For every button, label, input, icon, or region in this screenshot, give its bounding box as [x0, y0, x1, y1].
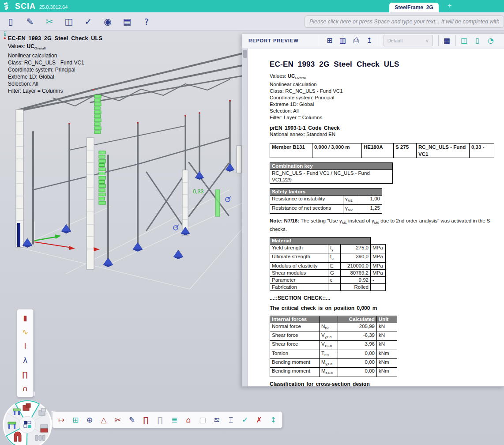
check-model-icon[interactable]: ✓ — [81, 15, 95, 28]
table-layers-icon[interactable]: ≣ — [168, 413, 181, 426]
frame-outline-icon[interactable]: ⌂ — [182, 413, 195, 426]
report-info-line: Selection: All — [270, 108, 504, 114]
structure-model-icon[interactable]: ◫ — [62, 15, 76, 28]
report-template-dropdown[interactable]: Default ∨ — [384, 35, 433, 46]
table-title: Safety factors — [270, 189, 382, 196]
titlebar: SCIA 25.0.3012.64 SteelFrame_2G + — [0, 0, 504, 12]
critical-check-line: The critical check is on position 0,000 … — [270, 305, 504, 311]
modify-toolbar: ↦⊞⊕△✂✎∏∏≣⌂▢≋⌶✓✗↕ — [52, 411, 282, 428]
legend-line: Class: RC_NC_ULS - Fund VC1 — [8, 59, 102, 66]
scia-logo-icon — [4, 2, 12, 11]
member-summary-table: Member B1310,000 / 3,000 mHE180AS 275RC_… — [270, 143, 494, 158]
deformed-member-icon[interactable]: ∿ — [19, 325, 32, 339]
edit-project-icon[interactable]: ✎ — [23, 15, 37, 28]
view-icon[interactable]: ◉ — [101, 15, 115, 28]
table-row: Parameterε0,92- — [270, 276, 386, 283]
new-tab-button[interactable]: + — [448, 2, 451, 10]
check-result-label: 0,33 — [193, 189, 203, 195]
steel-check-toolbar: ▮∿Iλ∏∩ — [17, 309, 34, 397]
workstation-wheel-menu[interactable] — [2, 396, 55, 445]
scia-engineer-window: { "titlebar": { "brand": "SCIA", "versio… — [0, 0, 504, 445]
move-member-icon[interactable]: ↦ — [55, 413, 68, 426]
project-tab-label: SteelFrame_2G — [395, 4, 433, 11]
library-book-icon[interactable]: ▤ — [120, 15, 134, 28]
text-cursor-icon[interactable]: ⌶ — [225, 413, 237, 426]
table-row: Shear forceVy,Ed-6,39kN — [270, 332, 397, 341]
report-body: EC-EN 1993 2G Steel Check ULS Values: UC… — [242, 49, 504, 387]
print-icon[interactable]: ⎙ — [350, 35, 362, 46]
report-template-value: Default — [387, 38, 403, 43]
arch-check-icon[interactable]: ∩ — [19, 382, 32, 395]
slenderness-lambda-icon[interactable]: λ — [19, 354, 32, 367]
table-title: Material — [270, 238, 371, 245]
steel-section-check-icon[interactable]: I — [19, 339, 32, 353]
axis-info-icon[interactable]: ↕ — [267, 413, 279, 426]
classification-title: Classification for cross-section design — [270, 381, 504, 387]
delete-table-icon[interactable]: ✗ — [253, 413, 265, 426]
engineering-report-icon[interactable]: ▥ — [337, 35, 349, 46]
combination-key-table: Combination key RC_NC_ULS - Fund VC1 / N… — [270, 162, 393, 184]
main-toolbar: ▯✎✂◫✓◉▤? — [0, 12, 504, 31]
frame-buckling-icon[interactable]: ∏ — [19, 368, 32, 381]
table-row: RC_NC_ULS - Fund VC1 / NC_ULS - Fund VC1… — [270, 170, 393, 184]
legend-line: Filter: Layer = Columns — [8, 87, 102, 94]
tools-icon[interactable]: ✂ — [42, 15, 56, 28]
page-layout-icon[interactable]: ◫ — [459, 35, 470, 46]
legend-line: Selection: All — [8, 80, 102, 87]
layers-stack-icon[interactable]: ≋ — [211, 413, 223, 426]
portal-frame-disabled-icon[interactable]: ∏ — [154, 413, 166, 426]
section-check-title: ...::SECTION CHECK::... — [270, 295, 504, 301]
report-header-icons-mid: ▦ — [441, 35, 453, 46]
material-table: Material Yield strengthfy275,0MPaUltimat… — [270, 237, 386, 291]
app-version: 25.0.3012.64 — [39, 4, 68, 10]
steel-member-settings-icon[interactable]: ▮ — [19, 311, 32, 324]
chevron-down-icon: ∨ — [425, 38, 429, 43]
report-info-line: Filter: Layer = Columns — [270, 114, 504, 121]
support-icons — [23, 163, 234, 267]
table-row: TorsionTEd0,00kNm — [270, 350, 397, 358]
legend-info-icon: i▲ — [2, 32, 8, 40]
report-info-line: Class: RC_NC_ULS - Fund VC1 — [270, 88, 504, 94]
report-title: EC-EN 1993 2G Steel Check ULS — [270, 60, 504, 69]
report-contents-icon[interactable]: ▦ — [441, 35, 453, 46]
regenerate-report-icon[interactable]: ⊞ — [324, 35, 335, 46]
validate-check-icon[interactable]: ✓ — [239, 413, 251, 426]
export-report-icon[interactable]: ↥ — [364, 35, 375, 46]
trim-member-icon[interactable]: ✂ — [112, 413, 124, 426]
paintbrush-format-icon[interactable]: ✎ — [126, 413, 138, 426]
command-search-input[interactable] — [305, 15, 504, 28]
report-header-icons-left: ⊞▥⎙↥ — [324, 35, 375, 46]
report-values-line: Values: UCOverall — [270, 73, 504, 81]
report-preview-panel: REPORT PREVIEW ⊞▥⎙↥ Default ∨ ▦ ◫▯◔ EC-E… — [242, 33, 504, 387]
brand-name: SCIA — [15, 2, 36, 11]
report-info-line: Coordinate system: Principal — [270, 94, 504, 101]
legend-line: Coordinate system: Principal — [8, 66, 102, 73]
single-page-icon[interactable]: ▯ — [472, 35, 483, 46]
legend-values-line: Values: UCOverall — [8, 43, 102, 52]
report-scrollbar[interactable] — [242, 49, 248, 387]
internal-forces-table: Internal forcesCalculatedUnitNormal forc… — [270, 316, 397, 377]
code-check-title: prEN 1993-1-1 Code Check — [270, 125, 504, 131]
zoom-percent-icon[interactable]: ◔ — [485, 35, 496, 46]
table-row: Shear modulusG80769,2MPa — [270, 269, 386, 276]
table-row: Shear forceVz,Ed3,96kN — [270, 341, 397, 350]
insert-node-icon[interactable]: ⊕ — [83, 413, 96, 426]
report-page: EC-EN 1993 2G Steel Check ULS Values: UC… — [248, 49, 504, 387]
mirror-icon[interactable]: △ — [98, 413, 110, 426]
table-title: Combination key — [270, 163, 393, 170]
main-toolbar-icons: ▯✎✂◫✓◉▤? — [0, 15, 154, 28]
report-scrollbar-thumb[interactable] — [243, 50, 247, 58]
result-legend: EC-EN 1993 2G Steel Check ULS Values: UC… — [8, 35, 102, 94]
note-paragraph: Note: N7/16: The setting "Use γM1 instea… — [270, 218, 504, 233]
add-member-icon[interactable]: ⊞ — [69, 413, 82, 426]
table-row: Resistance of net sectionsγM21,25 — [270, 204, 382, 213]
portal-frame-icon[interactable]: ∏ — [140, 413, 152, 426]
table-row: Modulus of elasticityE210000,0MPa — [270, 262, 386, 269]
project-tab[interactable]: SteelFrame_2G — [389, 3, 439, 12]
help-question-icon[interactable]: ? — [139, 15, 154, 28]
new-project-icon[interactable]: ▯ — [4, 15, 18, 28]
select-region-icon[interactable]: ▢ — [196, 413, 209, 426]
table-row: Yield strengthfy275,0MPa — [270, 245, 386, 253]
legend-line: Nonlinear calculation — [8, 52, 102, 59]
selected-member-highlight — [17, 223, 20, 247]
